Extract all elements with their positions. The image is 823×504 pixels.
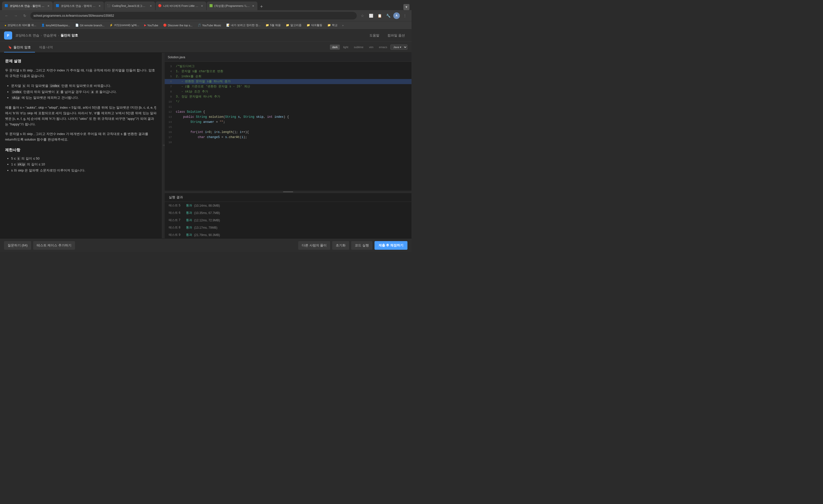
- tab-close-3[interactable]: ✕: [149, 4, 153, 8]
- breadcrumb-sep-2: ›: [58, 33, 59, 37]
- user-avatar[interactable]: A: [393, 12, 400, 19]
- tab-title-3: CodingTest_Java/프로그래머스...: [112, 4, 148, 8]
- reload-button[interactable]: ↻: [21, 12, 28, 19]
- breadcrumb-part-2[interactable]: 연습문제: [43, 33, 56, 38]
- submit-button[interactable]: 제출 후 채점하기: [374, 241, 407, 250]
- extension-icon[interactable]: 🔧: [385, 12, 392, 19]
- breadcrumb: 코딩테스트 연습 › 연습문제 › 돌만의 암호: [15, 33, 78, 38]
- tab-5[interactable]: 🟩 (작성중) [Programmers / Leve... ✕: [207, 2, 258, 10]
- vertical-divider[interactable]: [165, 191, 412, 193]
- code-line-17: 17 char changeS = s.charAt(i);: [165, 135, 412, 140]
- reset-button[interactable]: 초기화: [332, 241, 349, 250]
- language-selector[interactable]: Java ▾: [390, 45, 407, 50]
- results-area: 실행 결과 테스트 5 통과 (10.14ms, 88.0MB) 테스트 6 통…: [165, 193, 412, 238]
- result-label-9: 테스트 9: [169, 233, 184, 237]
- tab-title-1: 코딩테스트 연습 - 돌만의 암호 | 프...: [10, 4, 45, 8]
- new-tab-button[interactable]: +: [258, 3, 265, 10]
- result-detail-6: (10.35ms, 67.7MB): [194, 211, 220, 215]
- folder-icon-2: 📁: [286, 24, 289, 27]
- compile-options-button[interactable]: 컴파일 옵션: [385, 32, 407, 39]
- youtube-music-icon: 🎵: [198, 24, 201, 27]
- code-line-11: 11: [165, 104, 412, 109]
- bookmark-icon[interactable]: ☆: [359, 12, 366, 19]
- tab-submissions[interactable]: 제출 내역: [35, 43, 57, 52]
- tab-close-4[interactable]: ✕: [200, 4, 204, 8]
- breadcrumb-part-1[interactable]: 코딩테스트 연습: [15, 33, 39, 38]
- breadcrumb-sep-1: ›: [41, 33, 42, 37]
- back-button[interactable]: ←: [3, 12, 10, 19]
- tab-problem[interactable]: 🔖 돌만의 암호: [4, 43, 35, 52]
- ask-button[interactable]: 질문하기 (64): [4, 241, 31, 250]
- bookmark-favicon-6: 🔴: [163, 24, 167, 27]
- bookmark-label-11: 대외활동: [311, 23, 322, 27]
- bookmark-commit[interactable]: ⚡ 커밋(commit) 날짜...: [108, 23, 141, 28]
- run-code-button[interactable]: 코드 실행: [351, 241, 372, 250]
- result-status-6: 통과: [186, 211, 192, 215]
- theme-emacs-button[interactable]: emacs: [377, 45, 389, 50]
- reader-mode-icon[interactable]: ⬜: [367, 12, 374, 19]
- forward-button[interactable]: →: [12, 12, 19, 19]
- bookmark-folder-school[interactable]: 📁 학교: [325, 23, 340, 28]
- problem-description-title: 문제 설명: [5, 59, 157, 63]
- tab-favicon-2: 🟦: [56, 4, 59, 8]
- more-bookmarks-button[interactable]: »: [341, 23, 345, 28]
- results-header: 실행 결과: [165, 193, 412, 202]
- tab-4[interactable]: 🔴 나의 바다에게 From Little W... ✕: [156, 2, 206, 10]
- rule-2: index 만큼의 뒤의 알파벳이 z 를 넘어갈 경우 다시 a 로 돌아갑니…: [11, 89, 157, 95]
- bookmark-youtube-music[interactable]: 🎵 YouTube Music: [196, 23, 223, 28]
- bookmark-baekjoo[interactable]: 👤 tony9402/baekjoo...: [39, 23, 72, 28]
- tab-close-1[interactable]: ✕: [47, 4, 50, 8]
- theme-light-button[interactable]: light: [341, 45, 350, 50]
- result-detail-9: (21.79ms, 90.3MB): [194, 233, 220, 237]
- result-label-7: 테스트 7: [169, 218, 184, 222]
- bottom-right: 다른 사람의 풀이 초기화 코드 실행 제출 후 채점하기: [298, 241, 407, 250]
- bookmark-folder-may[interactable]: 📁 5월 채용: [264, 23, 283, 28]
- bookmark-favicon-4: ⚡: [110, 24, 113, 27]
- split-divider[interactable]: ⠿: [162, 53, 165, 238]
- bookmark-folder-algo[interactable]: 📁 알고리즘: [284, 23, 304, 28]
- add-testcase-button[interactable]: 테스트 케이스 추가하기: [33, 241, 75, 250]
- bookmark-notes[interactable]: 📝 내가 보려고 정리한 정...: [224, 23, 263, 28]
- tab-1[interactable]: 🟦 코딩테스트 연습 - 돌만의 암호 | 프... ✕: [2, 2, 53, 10]
- editor-header: Solution.java: [165, 53, 412, 62]
- theme-vim-button[interactable]: vim: [367, 45, 375, 50]
- code-line-12: 12 class Solution {: [165, 109, 412, 114]
- code-line-16: 16 for(int i=0; i<s.length(); i++){: [165, 130, 412, 135]
- bookmark-folder-activities[interactable]: 📁 대외활동: [305, 23, 324, 28]
- result-label-8: 테스트 8: [169, 225, 184, 230]
- problem-area: 문제 설명 두 문자열 s 와 skip , 그리고 자연수 index 가 주…: [0, 53, 162, 238]
- tab-close-5[interactable]: ✕: [252, 4, 255, 8]
- bottom-left: 질문하기 (64) 테스트 케이스 추가하기: [4, 241, 75, 250]
- help-button[interactable]: 도움말: [367, 32, 382, 39]
- theme-sublime-button[interactable]: sublime: [352, 45, 366, 50]
- bookmark-discover[interactable]: 🔴 Discover the top s...: [161, 23, 194, 28]
- code-line-4: 4 1. 문자열 s를 char형으로 변환: [165, 69, 412, 74]
- content-area: P 코딩테스트 연습 › 연습문제 › 돌만의 암호 도움말 컴파일 옵션 🔖 …: [0, 29, 412, 252]
- screenshot-icon[interactable]: 📋: [376, 12, 383, 19]
- code-line-7: 7 - z를 기준으로 '변환한 문자열 s - 26' 계산: [165, 84, 412, 89]
- theme-dark-button[interactable]: dark: [330, 45, 340, 50]
- menu-button[interactable]: ⋮: [401, 12, 408, 19]
- bookmark-coding-test[interactable]: ● 코딩테스트 대비를 위...: [3, 23, 38, 28]
- result-row-5: 테스트 5 통과 (10.14ms, 88.0MB): [165, 202, 412, 209]
- youtube-icon: ▶: [144, 24, 146, 27]
- breadcrumb-current: 돌만의 암호: [60, 33, 78, 38]
- tab-problem-label: 돌만의 암호: [13, 45, 31, 50]
- tab-dropdown-button[interactable]: ▼: [403, 4, 409, 10]
- bookmark-label-10: 알고리즘: [290, 23, 302, 27]
- code-editor[interactable]: 3 /*빌드디버그 4 1. 문자열 s를 char형으로 변환 5 2. in…: [165, 62, 412, 191]
- bookmark-youtube[interactable]: ▶ YouTube: [142, 23, 160, 28]
- tab-close-2[interactable]: ✕: [98, 4, 101, 8]
- others-solution-button[interactable]: 다른 사람의 풀이: [298, 241, 330, 250]
- bookmark-git-branch[interactable]: 📄 Git remote branch...: [73, 23, 107, 28]
- split-layout: 문제 설명 두 문자열 s 와 skip , 그리고 자연수 index 가 주…: [0, 53, 412, 238]
- bookmark-label-4: 커밋(commit) 날짜...: [114, 23, 139, 27]
- address-input[interactable]: [30, 12, 357, 19]
- filename: Solution.java: [168, 55, 185, 59]
- tab-2[interactable]: 🟦 코딩테스트 연습 - 명예의 전당 (1) ✕: [53, 2, 104, 10]
- result-status-9: 통과: [186, 233, 192, 237]
- result-detail-5: (10.14ms, 88.0MB): [194, 204, 220, 207]
- resize-handle: [283, 192, 293, 192]
- tab-3[interactable]: ⬛ CodingTest_Java/프로그래머스... ✕: [105, 2, 155, 10]
- code-line-15: 15: [165, 124, 412, 130]
